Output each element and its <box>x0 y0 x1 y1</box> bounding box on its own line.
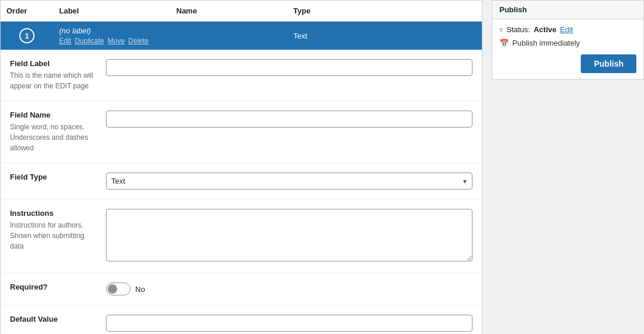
form-area: Field Label This is the name which will … <box>1 50 482 334</box>
field-label-col: Field Label This is the name which will … <box>1 59 106 91</box>
publish-button[interactable]: Publish <box>581 54 636 73</box>
move-link[interactable]: Move <box>108 37 125 45</box>
instructions-input-col <box>106 209 482 263</box>
sidebar: Publish ▿ Status: Active Edit 📅 Publish … <box>492 0 644 334</box>
instructions-row: Instructions Instructions for authors. S… <box>1 199 482 273</box>
default-value-input-col <box>106 315 482 332</box>
instructions-label-col: Instructions Instructions for authors. S… <box>1 209 106 263</box>
delete-link[interactable]: Delete <box>128 37 149 45</box>
field-type-title: Field Type <box>10 173 97 181</box>
field-type-input-col: Text Textarea Number Email URL Date Chec… <box>106 173 482 190</box>
default-value-label-col: Default Value <box>1 315 106 332</box>
status-text: Status: <box>506 25 530 34</box>
field-type-select-wrapper: Text Textarea Number Email URL Date Chec… <box>106 173 472 190</box>
field-type-row: Field Type Text Textarea Number Email UR… <box>1 163 482 199</box>
table-header: Order Label Name Type <box>1 1 482 22</box>
instructions-textarea[interactable] <box>106 209 472 261</box>
default-value-title: Default Value <box>10 315 97 323</box>
publish-schedule-text: Publish immediately <box>512 39 580 47</box>
required-row: Required? No <box>1 273 482 305</box>
col-order: Order <box>1 4 53 18</box>
row-label: (no label) <box>59 26 165 35</box>
publish-box-header: Publish <box>492 1 643 19</box>
publish-schedule-line: 📅 Publish immediately <box>499 39 636 47</box>
field-name-desc: Single word, no spaces. Underscores and … <box>10 122 97 153</box>
row-label-cell: (no label) Edit Duplicate Move Delete <box>53 23 170 49</box>
instructions-desc: Instructions for authors. Shown when sub… <box>10 220 97 252</box>
field-type-select[interactable]: Text Textarea Number Email URL Date Chec… <box>106 173 472 190</box>
field-name-row: Field Name Single word, no spaces. Under… <box>1 101 482 163</box>
field-type-label-col: Field Type <box>1 173 106 190</box>
toggle-thumb <box>108 284 117 294</box>
status-active-value: Active <box>533 25 556 34</box>
field-label-input[interactable] <box>106 59 472 76</box>
col-name: Name <box>170 4 287 18</box>
field-label-row: Field Label This is the name which will … <box>1 50 482 101</box>
field-label-desc: This is the name which will appear on th… <box>10 70 97 91</box>
status-edit-link[interactable]: Edit <box>560 25 573 34</box>
publish-box-body: ▿ Status: Active Edit 📅 Publish immediat… <box>492 19 643 79</box>
required-label-col: Required? <box>1 283 106 295</box>
order-number: 1 <box>19 28 35 43</box>
default-value-input[interactable] <box>106 315 472 332</box>
col-type: Type <box>287 4 482 18</box>
row-actions: Edit Duplicate Move Delete <box>59 37 165 45</box>
calendar-icon: 📅 <box>499 39 509 47</box>
field-name-input-col <box>106 111 482 153</box>
instructions-title: Instructions <box>10 209 97 218</box>
row-type-value: Text <box>293 32 307 40</box>
row-type-cell: Text <box>287 28 482 44</box>
filter-icon: ▿ <box>499 26 503 34</box>
field-name-input[interactable] <box>106 111 472 128</box>
required-toggle-row: No <box>106 283 472 295</box>
field-label-title: Field Label <box>10 59 97 68</box>
row-name-cell <box>170 32 287 39</box>
field-name-col: Field Name Single word, no spaces. Under… <box>1 111 106 153</box>
duplicate-link[interactable]: Duplicate <box>75 37 104 45</box>
edit-link[interactable]: Edit <box>59 37 71 45</box>
default-value-row: Default Value <box>1 305 482 334</box>
publish-box: Publish ▿ Status: Active Edit 📅 Publish … <box>492 0 644 80</box>
required-input-col: No <box>106 283 482 295</box>
field-label-input-col <box>106 59 482 91</box>
col-label: Label <box>53 4 170 18</box>
required-state-label: No <box>135 285 145 294</box>
status-line: ▿ Status: Active Edit <box>499 25 636 34</box>
table-row: 1 (no label) Edit Duplicate Move Delete … <box>1 22 482 50</box>
field-name-title: Field Name <box>10 111 97 119</box>
required-toggle[interactable] <box>106 283 131 295</box>
row-order-cell: 1 <box>1 23 53 48</box>
required-title: Required? <box>10 283 97 291</box>
